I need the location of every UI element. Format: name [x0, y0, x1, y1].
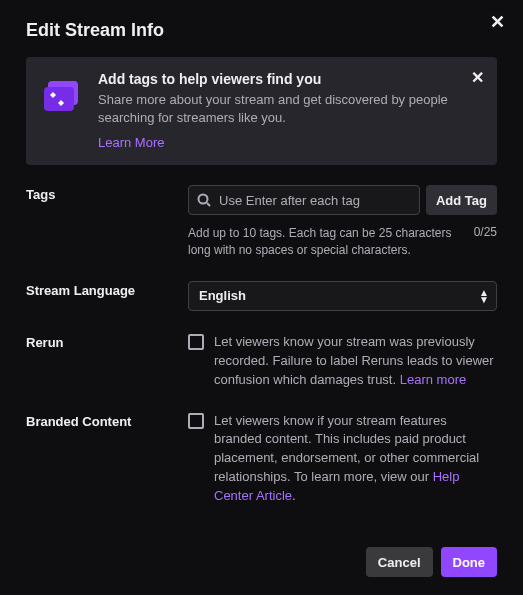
- branded-checkbox[interactable]: [188, 413, 204, 429]
- language-row: Stream Language English ▲▼: [26, 281, 497, 311]
- rerun-label: Rerun: [26, 333, 188, 390]
- dialog-title: Edit Stream Info: [26, 20, 497, 41]
- tags-icon: [40, 75, 84, 119]
- cancel-button[interactable]: Cancel: [366, 547, 433, 577]
- rerun-learn-more-link[interactable]: Learn more: [400, 372, 466, 387]
- rerun-description: Let viewers know your stream was previou…: [214, 333, 497, 390]
- banner-learn-more-link[interactable]: Learn More: [98, 135, 164, 150]
- tags-info-banner: ✕ Add tags to help viewers find you Shar…: [26, 57, 497, 165]
- edit-stream-info-dialog: ✕ Edit Stream Info ✕ Add tags to help vi…: [0, 0, 523, 595]
- banner-description: Share more about your stream and get dis…: [98, 91, 463, 127]
- done-button[interactable]: Done: [441, 547, 498, 577]
- banner-title: Add tags to help viewers find you: [98, 71, 463, 87]
- branded-row: Branded Content Let viewers know if your…: [26, 412, 497, 506]
- tags-help-text: Add up to 10 tags. Each tag can be 25 ch…: [188, 225, 462, 259]
- rerun-row: Rerun Let viewers know your stream was p…: [26, 333, 497, 390]
- branded-label: Branded Content: [26, 412, 188, 506]
- add-tag-button[interactable]: Add Tag: [426, 185, 497, 215]
- branded-description: Let viewers know if your stream features…: [214, 412, 497, 506]
- svg-rect-1: [44, 87, 74, 111]
- dialog-close-button[interactable]: ✕: [483, 8, 511, 36]
- close-icon: ✕: [471, 68, 484, 87]
- language-select[interactable]: English: [188, 281, 497, 311]
- rerun-checkbox[interactable]: [188, 334, 204, 350]
- tags-label: Tags: [26, 185, 188, 259]
- language-label: Stream Language: [26, 281, 188, 311]
- close-icon: ✕: [490, 11, 505, 33]
- banner-close-button[interactable]: ✕: [465, 65, 489, 89]
- tags-counter: 0/25: [474, 225, 497, 259]
- tags-row: Tags Add Tag Add up to 10 tags. Each tag…: [26, 185, 497, 259]
- dialog-footer: Cancel Done: [26, 547, 497, 577]
- tags-input[interactable]: [188, 185, 420, 215]
